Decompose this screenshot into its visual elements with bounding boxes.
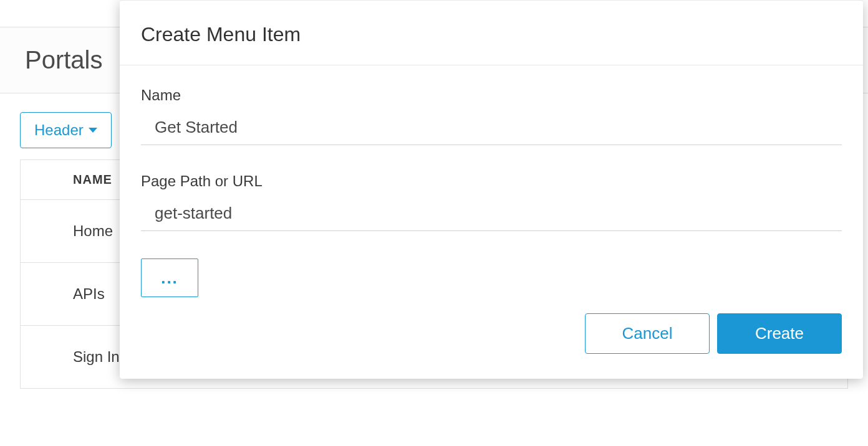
more-options-button[interactable]: ... <box>141 259 198 297</box>
header-dropdown-label: Header <box>34 121 84 139</box>
modal-body: Name Page Path or URL ... <box>120 65 863 303</box>
path-field-group: Page Path or URL <box>141 173 842 231</box>
name-label: Name <box>141 87 842 104</box>
row-name: APIs <box>73 285 105 302</box>
path-label: Page Path or URL <box>141 173 842 190</box>
row-name: Sign In <box>73 348 120 365</box>
caret-down-icon <box>89 128 97 133</box>
row-name: Home <box>73 222 113 239</box>
name-input[interactable] <box>141 113 842 145</box>
modal-footer: Cancel Create <box>120 303 863 354</box>
name-field-group: Name <box>141 87 842 145</box>
cancel-button[interactable]: Cancel <box>585 313 710 354</box>
modal-title: Create Menu Item <box>141 23 842 46</box>
modal-header: Create Menu Item <box>120 1 863 65</box>
create-button[interactable]: Create <box>717 313 842 354</box>
create-menu-item-modal: Create Menu Item Name Page Path or URL .… <box>120 0 863 379</box>
header-dropdown[interactable]: Header <box>20 112 112 148</box>
path-input[interactable] <box>141 199 842 231</box>
